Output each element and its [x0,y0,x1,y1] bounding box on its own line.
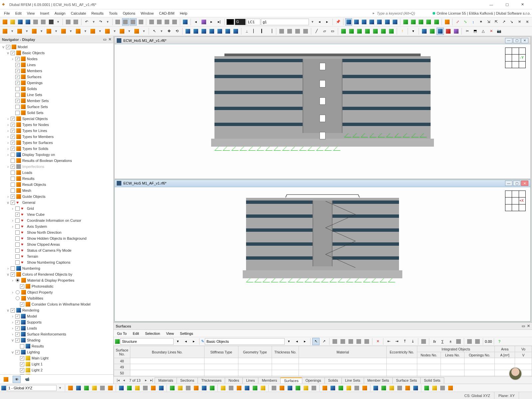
layout-1-button[interactable] [148,18,155,26]
menu-help[interactable]: Help [177,10,190,17]
tree-item[interactable]: ›♥Coordinate Information on Cursor [0,217,113,223]
cs-tool-38[interactable] [388,384,395,392]
axis-1[interactable]: ⇲ [485,18,492,26]
cs-tool-37[interactable] [380,384,387,392]
menu-options[interactable]: Options [120,10,138,17]
checkbox[interactable] [15,332,20,336]
checkbox[interactable] [20,356,24,360]
checkbox[interactable] [20,284,24,289]
cs-tool-32[interactable] [337,384,344,392]
tb-help[interactable]: ? [496,338,503,345]
cs-tool-3[interactable] [91,384,98,392]
checkbox[interactable] [15,63,20,67]
view-cube-1[interactable]: -Y [505,48,526,68]
checkbox[interactable] [20,362,24,366]
render-c[interactable] [453,28,460,35]
col-area[interactable]: Area [495,346,515,352]
open-file-button[interactable] [9,18,16,26]
tree-item[interactable]: Results [0,343,113,349]
navigator-tree[interactable]: v Model vBasic Objects›NodesLinesMembers… [0,43,113,374]
support-tool[interactable] [118,28,126,35]
tb-a[interactable] [331,338,338,345]
vp2-close[interactable]: ✕ [521,181,528,186]
tree-item[interactable]: Main Light [0,355,113,361]
axis-x-button[interactable]: ⤢ [454,18,461,26]
tab-next[interactable]: ▸ [143,378,149,382]
cs-tool-13[interactable] [177,384,184,392]
load-tool[interactable] [104,28,111,35]
tree-item[interactable]: ♥Status of Camera Fly Mode [0,247,113,253]
cs-tool-25[interactable] [278,384,286,392]
cloud-button[interactable] [17,18,24,26]
cs-tool-23[interactable] [259,384,267,392]
col-area-unit[interactable]: A [m²] [495,352,515,358]
info-button[interactable]: ! [399,28,406,35]
menu-view[interactable]: View [24,10,38,17]
render-toggle[interactable] [437,28,444,35]
tool-c[interactable] [356,28,363,35]
tab-materials[interactable]: Materials [155,377,177,383]
measure-tool[interactable]: △ [479,28,487,35]
keyword-input[interactable] [377,11,430,15]
color-swatch[interactable] [226,19,234,25]
divide-tool[interactable] [232,28,239,35]
member-tool[interactable] [31,28,38,35]
col-vol-unit[interactable]: V [515,352,532,358]
tree-item[interactable]: ›Guide Objects [0,194,113,200]
tab-last[interactable]: ▸| [149,378,155,382]
tree-item[interactable]: Openings [0,80,113,86]
tab-nodes[interactable]: Nodes [225,377,243,383]
tab-surfaces[interactable]: Surfaces [280,377,302,383]
layout-3-button[interactable] [163,18,170,26]
layout-2-button[interactable] [156,18,163,26]
vp1-min[interactable]: — [505,38,512,43]
checkbox[interactable] [20,344,24,348]
tb-f[interactable]: ⇤ [385,338,392,345]
align-c[interactable]: ▎ [259,28,266,35]
cs-tool-33[interactable] [345,384,352,392]
surf-menu-sel[interactable]: Selection [142,332,163,335]
view-iso[interactable] [278,28,285,35]
menu-cadbim[interactable]: CAD-BIM [156,10,177,17]
checkbox[interactable] [11,272,15,277]
view-a-button[interactable] [122,18,129,26]
surfaces-table[interactable]: Surface No. Boundary Lines No. Stiffness… [114,346,532,376]
tab-thicknesses[interactable]: Thicknesses [198,377,225,383]
tree-item[interactable]: Result Objects [0,182,113,188]
cs-tool-10[interactable] [150,384,157,392]
set-tool[interactable] [89,28,96,35]
undo-button[interactable]: ↶ [83,18,90,26]
tree-item[interactable]: Solids [0,86,113,92]
sync-button[interactable] [25,18,32,26]
shade-4[interactable] [425,18,432,26]
checkbox[interactable] [15,224,20,229]
cs-tool-21[interactable] [243,384,251,392]
tb-n[interactable] [466,338,473,345]
tab-prev[interactable]: ◂ [121,378,127,382]
cs-tool-2[interactable] [83,384,90,392]
shade-5[interactable] [433,18,440,26]
cs-tool-18[interactable] [219,384,227,392]
dim-tool[interactable]: ⟂ [243,28,250,35]
viewport-1[interactable]: ECW_HoS M1_AF_v1.rf6* — ▢ ✕ -Y [114,37,531,179]
tool-b[interactable] [348,28,355,35]
tree-item[interactable]: ›Types for Surfaces [0,140,113,146]
snap-3[interactable] [360,18,367,26]
checkbox[interactable] [15,350,20,354]
checkbox[interactable] [11,183,15,187]
cs-tool-39[interactable] [396,384,403,392]
col-integrated[interactable]: Integrated Objects [417,346,495,352]
checkbox[interactable] [15,75,20,79]
radio[interactable] [16,278,20,282]
cs-tool-8[interactable] [134,384,141,392]
solid-tool[interactable] [74,28,82,35]
camera-tool[interactable]: 📷 [495,28,503,35]
table-row[interactable]: 49 [114,364,532,370]
tb-g[interactable]: ⇥ [393,338,400,345]
close-button[interactable]: ✕ [515,1,530,9]
panel-pin-icon[interactable]: ▭ [103,37,106,42]
cs-tool-35[interactable] [361,384,368,392]
node-tool[interactable] [1,28,9,35]
radio[interactable] [16,290,20,294]
tree-item[interactable]: Solid Sets [0,110,113,116]
